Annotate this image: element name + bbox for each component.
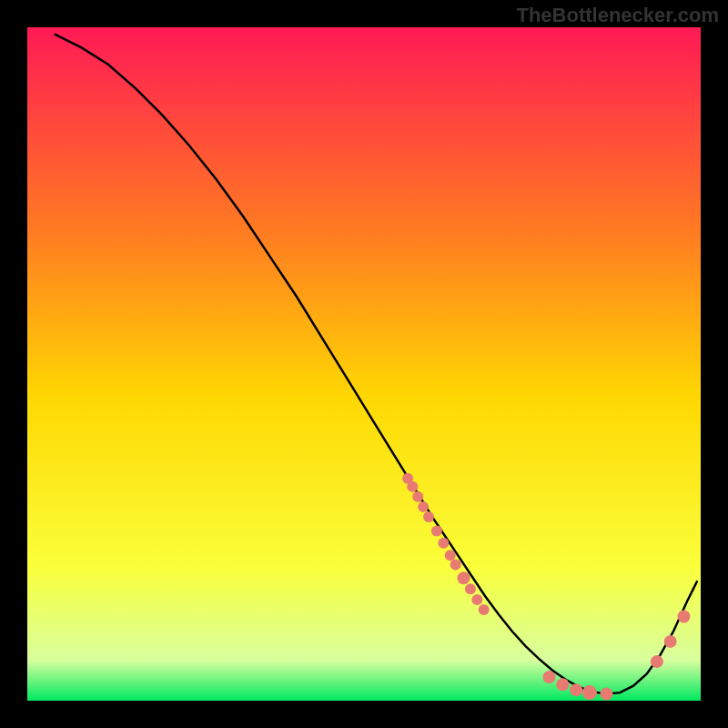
scatter-point — [423, 511, 434, 522]
watermark: TheBottlenecker.com — [516, 4, 719, 27]
gradient-background — [27, 27, 701, 701]
scatter-point — [458, 571, 470, 584]
scatter-point — [543, 671, 556, 683]
scatter-point — [556, 678, 569, 691]
scatter-point — [465, 583, 476, 594]
scatter-point — [582, 685, 597, 700]
scatter-point — [412, 491, 423, 502]
scatter-point — [600, 688, 612, 701]
scatter-point — [570, 683, 582, 696]
scatter-point — [418, 501, 429, 512]
scatter-point — [407, 481, 418, 492]
chart-svg — [27, 27, 701, 701]
chart-plot-area — [27, 27, 701, 701]
scatter-point — [450, 560, 461, 571]
scatter-point — [445, 550, 456, 561]
scatter-point — [651, 655, 663, 668]
scatter-point — [678, 611, 691, 623]
scatter-point — [471, 594, 482, 605]
scatter-point — [479, 604, 490, 615]
scatter-point — [431, 526, 442, 537]
scatter-point — [438, 538, 449, 549]
scatter-point — [664, 635, 677, 648]
